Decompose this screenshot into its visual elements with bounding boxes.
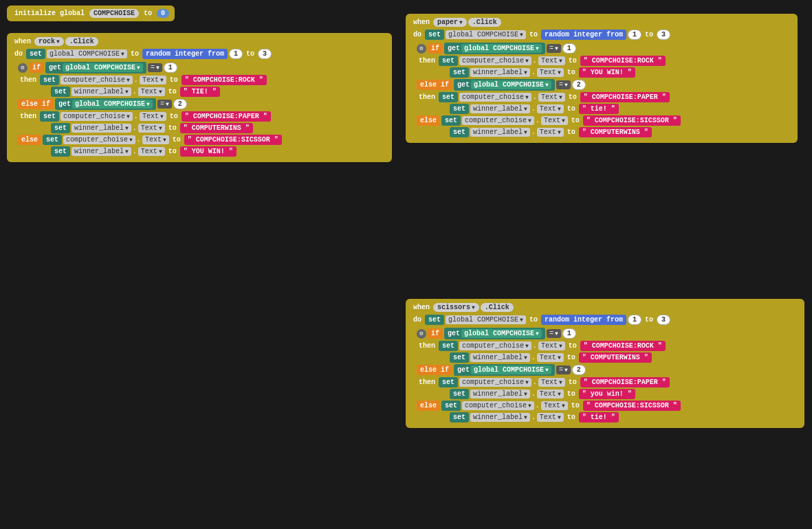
paper-to3: to (567, 57, 579, 65)
rock-compwins-val1: " COMPUTERWINS " (180, 123, 253, 133)
scissors-sicssor-val1: " COMPCHOISE:SICSSOR " (583, 401, 681, 411)
scissors-comp-dropdown1: computer_choise (459, 341, 531, 350)
scissors-if-keyword: if (428, 328, 443, 339)
rock-dot5: . (137, 136, 141, 144)
paper-text-dropdown4: Text (537, 104, 564, 113)
scissors-then2-set1: set (439, 377, 458, 387)
paper-text-dropdown5: Text (541, 116, 568, 125)
rock-elseif-keyword: else if (18, 99, 54, 109)
rock-if1-val: 1 (164, 63, 177, 73)
scissors-compwins-val1: " COMPUTERWINS " (579, 352, 652, 363)
paper-compwins-val1: " COMPUTERWINS " (579, 127, 652, 137)
rock-to5: to (168, 113, 180, 120)
scissors-then1-row: then set computer_choise . Text to " COM… (417, 341, 799, 351)
scissors-then2-keyword: then (417, 379, 437, 386)
scissors-winner-dropdown3: winner_label (470, 413, 530, 422)
rock-then1-set1: set (40, 75, 59, 85)
scissors-compchoise-dropdown: global COMPCHOISE (446, 315, 526, 324)
paper-eq2: = (556, 80, 571, 89)
rock-to-val: 3 (258, 49, 272, 59)
rock-then2-keyword: then (18, 113, 39, 120)
scissors-gear-icon: ⚙ (417, 329, 426, 339)
rock-winner-dropdown2: winner_label (72, 124, 131, 133)
rock-winner-dropdown1: winner_label (72, 87, 131, 96)
rock-to3: to (168, 76, 180, 84)
paper-compchoise-dropdown: global COMPCHOISE (446, 30, 526, 39)
paper-to4: to (565, 69, 578, 76)
rock-comp-dropdown2: computer_choise (61, 112, 133, 121)
rock-then1-row: then set computer_choise . Text to " COM… (18, 75, 386, 85)
paper-to7: to (569, 117, 582, 124)
scissors-dot6: . (531, 414, 536, 421)
paper-else-set2: set (450, 127, 469, 137)
paper-then1-row: then set computer_choise . Text to " COM… (417, 56, 792, 66)
rock-to8: to (166, 148, 179, 155)
scissors-then1-set1: set (439, 341, 458, 351)
paper-text-dropdown1: Text (538, 56, 565, 65)
paper-else-keyword: else (417, 115, 440, 126)
scissors-dot2: . (531, 354, 536, 361)
scissors-to4: to (565, 354, 578, 361)
scissors-else-set2: set (450, 412, 469, 423)
rock-block: when rock ▼ .Click do set global COMPCHO… (7, 33, 392, 162)
paper-sicssor-val1: " COMPCHOISE:SICSSOR " (583, 115, 681, 126)
paper-get-pill2: get global COMPCHOISE (454, 79, 555, 91)
rock-to4: to (166, 88, 179, 95)
paper-when-keyword: when (411, 19, 432, 26)
paper-rock-val1: " COMPCHOISE:ROCK " (580, 56, 666, 66)
scissors-if1-val: 1 (562, 328, 576, 339)
paper-then1-set1: set (439, 56, 458, 66)
paper-dot3: . (533, 93, 537, 101)
rock-elseif-val: 2 (173, 99, 187, 109)
scissors-to2-keyword: to (643, 316, 655, 324)
rock-component: rock ▼ (34, 37, 64, 46)
paper-then2-keyword: then (417, 93, 437, 101)
scissors-random-pill: random integer from (541, 315, 626, 325)
rock-text-dropdown4: Text (138, 124, 165, 133)
rock-to2-keyword: to (244, 50, 256, 58)
paper-then1-row2: set winner_label . Text to " YOU WIN! " (450, 67, 792, 78)
paper-comp-dropdown2: computer_choise (459, 93, 531, 102)
paper-do-row: do set global COMPCHOISE to random integ… (411, 30, 792, 40)
paper-to2-keyword: to (643, 31, 655, 38)
rock-eq1: = (148, 63, 162, 72)
paper-youwin-val1: " YOU WIN! " (579, 67, 635, 78)
rock-comp-dropdown1: computer_choise (61, 76, 133, 85)
paper-elseif-row: else if get global COMPCHOISE = 2 (417, 79, 792, 91)
rock-winner-dropdown3: winner_label (72, 147, 131, 156)
init-value: 0 (157, 9, 169, 18)
scissors-when-keyword: when (411, 304, 432, 311)
paper-component: paper ▼ (433, 18, 467, 27)
paper-then2-set1: set (439, 92, 458, 102)
scissors-do-row: do set global COMPCHOISE to random integ… (411, 315, 799, 325)
paper-to-val: 3 (657, 30, 670, 40)
scissors-to3: to (567, 342, 579, 350)
rock-dot4: . (133, 124, 137, 132)
rock-random-pill: random integer from (142, 49, 228, 59)
scissors-comp-dropdown3: computer_choise (462, 401, 534, 410)
paper-do-keyword: do (411, 31, 424, 38)
scissors-dot5: . (536, 402, 540, 409)
scissors-text-dropdown5: Text (541, 401, 568, 410)
paper-dot2: . (531, 69, 536, 76)
scissors-text-dropdown3: Text (538, 378, 565, 387)
rock-gear-icon: ⚙ (18, 63, 28, 73)
rock-else-keyword: else (18, 135, 41, 145)
rock-then2-set1: set (40, 111, 59, 122)
rock-dot6: . (133, 148, 137, 155)
scissors-text-dropdown1: Text (538, 341, 565, 350)
rock-comp-dropdown3: computer_choise (63, 135, 135, 144)
paper-winner-dropdown3: winner_label (470, 128, 530, 137)
paper-set-global: set (425, 30, 444, 40)
paper-to5: to (567, 93, 579, 101)
paper-then1-set2: set (450, 67, 469, 78)
paper-to-keyword: to (527, 31, 540, 38)
rock-get-pill1: get global COMPCHOISE (45, 62, 146, 74)
rock-sicssor-val1: " COMPCHOISE:SICSSOR " (184, 135, 282, 145)
rock-if-keyword: if (29, 63, 44, 73)
rock-then1-set2: set (51, 87, 70, 97)
rock-dot3: . (134, 113, 138, 120)
rock-text-dropdown6: Text (138, 147, 165, 156)
scissors-to8: to (565, 414, 578, 421)
scissors-comp-dropdown2: computer_choise (459, 378, 531, 387)
